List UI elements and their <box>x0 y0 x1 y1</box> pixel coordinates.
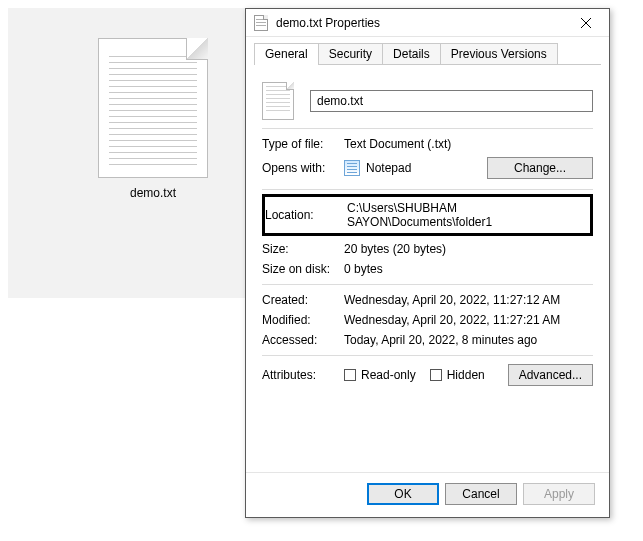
dialog-footer: OK Cancel Apply <box>246 472 609 517</box>
readonly-checkbox[interactable]: Read-only <box>344 368 416 382</box>
opens-with-label: Opens with: <box>262 161 344 175</box>
size-label: Size: <box>262 242 344 256</box>
document-icon <box>254 15 270 31</box>
close-icon <box>581 18 591 28</box>
accessed-value: Today, April 20, 2022, 8 minutes ago <box>344 333 593 347</box>
ok-button[interactable]: OK <box>367 483 439 505</box>
hidden-label: Hidden <box>447 368 485 382</box>
size-on-disk-value: 0 bytes <box>344 262 593 276</box>
type-of-file-value: Text Document (.txt) <box>344 137 593 151</box>
close-button[interactable] <box>569 12 603 34</box>
tab-general[interactable]: General <box>254 43 319 65</box>
location-label: Location: <box>265 208 347 222</box>
window-title: demo.txt Properties <box>276 16 569 30</box>
tab-details[interactable]: Details <box>382 43 441 65</box>
attributes-label: Attributes: <box>262 368 344 382</box>
cancel-button[interactable]: Cancel <box>445 483 517 505</box>
modified-value: Wednesday, April 20, 2022, 11:27:21 AM <box>344 313 593 327</box>
hidden-checkbox[interactable]: Hidden <box>430 368 485 382</box>
desktop-file[interactable]: demo.txt <box>93 38 213 200</box>
modified-label: Modified: <box>262 313 344 327</box>
accessed-label: Accessed: <box>262 333 344 347</box>
apply-button[interactable]: Apply <box>523 483 595 505</box>
tab-content: Type of file: Text Document (.txt) Opens… <box>246 66 609 472</box>
tab-previous-versions[interactable]: Previous Versions <box>440 43 558 65</box>
file-type-icon <box>262 82 294 120</box>
text-file-icon <box>98 38 208 178</box>
desktop-file-label: demo.txt <box>93 186 213 200</box>
change-button[interactable]: Change... <box>487 157 593 179</box>
opens-with-value: Notepad <box>366 161 487 175</box>
size-value: 20 bytes (20 bytes) <box>344 242 593 256</box>
notepad-icon <box>344 160 360 176</box>
location-value: C:\Users\SHUBHAM SAYON\Documents\folder1 <box>347 201 586 229</box>
titlebar[interactable]: demo.txt Properties <box>246 9 609 37</box>
tab-security[interactable]: Security <box>318 43 383 65</box>
type-of-file-label: Type of file: <box>262 137 344 151</box>
location-highlight: Location: C:\Users\SHUBHAM SAYON\Documen… <box>262 194 593 236</box>
properties-dialog: demo.txt Properties General Security Det… <box>245 8 610 518</box>
created-label: Created: <box>262 293 344 307</box>
readonly-label: Read-only <box>361 368 416 382</box>
size-on-disk-label: Size on disk: <box>262 262 344 276</box>
advanced-button[interactable]: Advanced... <box>508 364 593 386</box>
created-value: Wednesday, April 20, 2022, 11:27:12 AM <box>344 293 593 307</box>
filename-input[interactable] <box>310 90 593 112</box>
tabstrip: General Security Details Previous Versio… <box>246 37 609 65</box>
